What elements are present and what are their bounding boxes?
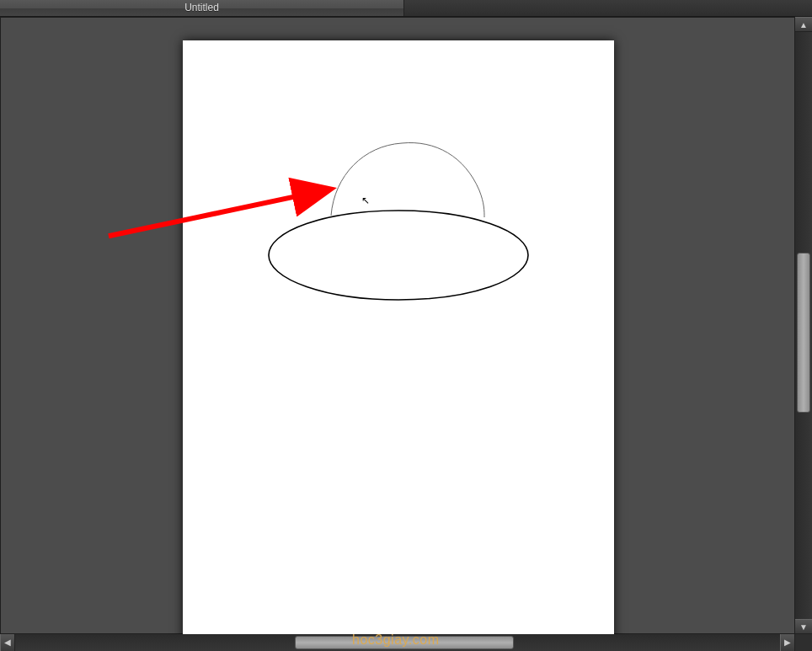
scroll-left-button[interactable]: ◀ (0, 634, 15, 651)
pointer-cursor-icon: ↖ (361, 195, 370, 205)
scroll-up-button[interactable]: ▲ (795, 17, 812, 32)
tab-bar: Untitled (0, 0, 812, 17)
document-tab[interactable]: Untitled (0, 0, 404, 16)
horizontal-scrollbar[interactable]: ◀ ▶ (0, 634, 795, 651)
horizontal-scroll-thumb[interactable] (295, 636, 514, 649)
drawing-canvas[interactable]: ↖ (183, 40, 614, 647)
hat-dome (331, 142, 484, 217)
sketch-drawing (183, 40, 614, 647)
canvas-viewport: ↖ (0, 17, 795, 634)
vertical-scrollbar[interactable]: ▲ ▼ (795, 17, 812, 634)
tab-title: Untitled (184, 2, 219, 13)
scroll-down-button[interactable]: ▼ (795, 619, 812, 634)
vertical-scroll-thumb[interactable] (797, 253, 810, 413)
hat-brim (269, 211, 528, 300)
scrollbar-corner (795, 634, 812, 651)
scroll-right-button[interactable]: ▶ (780, 634, 795, 651)
